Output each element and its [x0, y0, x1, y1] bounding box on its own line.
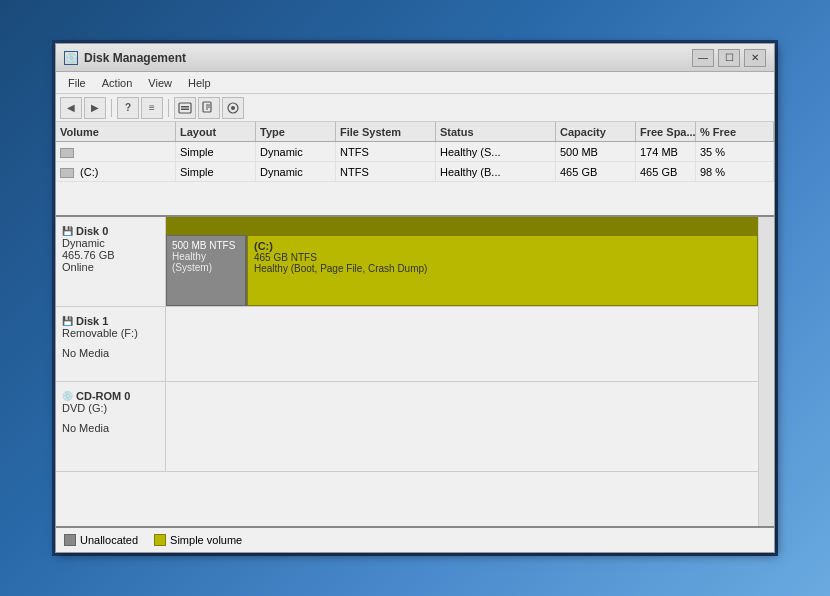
svg-point-5 [231, 106, 235, 110]
disk-1-info: 💾 Disk 1 Removable (F:) No Media [56, 307, 166, 381]
disk-0-parts-container: 500 MB NTFS Healthy (System) (C:) 465 GB… [166, 235, 758, 306]
window-icon: 💿 [64, 51, 78, 65]
disk-1-row: 💾 Disk 1 Removable (F:) No Media [56, 307, 758, 382]
back-button[interactable]: ◀ [60, 97, 82, 119]
legend-simple-color [154, 534, 166, 546]
window-title: Disk Management [84, 51, 692, 65]
cell-type-2: Dynamic [256, 162, 336, 181]
close-button[interactable]: ✕ [744, 49, 766, 67]
cell-free-2: 465 GB [636, 162, 696, 181]
toolbar-separator-2 [168, 99, 169, 117]
volume-icon-2 [60, 168, 74, 178]
cell-layout-1: Simple [176, 142, 256, 161]
disk-1-nomedia: No Media [62, 347, 159, 359]
properties-button[interactable]: ≡ [141, 97, 163, 119]
cell-capacity-1: 500 MB [556, 142, 636, 161]
cdrom-0-info: 💿 CD-ROM 0 DVD (G:) No Media [56, 382, 166, 471]
title-bar: 💿 Disk Management — ☐ ✕ [56, 44, 774, 72]
table-row[interactable]: (C:) Simple Dynamic NTFS Healthy (B... 4… [56, 162, 774, 182]
cdrom-0-nomedia: No Media [62, 422, 159, 434]
col-percentfree[interactable]: % Free [696, 122, 774, 141]
cell-pct-1: 35 % [696, 142, 774, 161]
svg-rect-1 [181, 106, 189, 108]
disk-0-row: 💾 Disk 0 Dynamic 465.76 GB Online 5 [56, 217, 758, 307]
col-layout[interactable]: Layout [176, 122, 256, 141]
partition-1-status: Healthy (System) [172, 251, 240, 273]
menu-view[interactable]: View [140, 75, 180, 91]
col-filesystem[interactable]: File System [336, 122, 436, 141]
disk-0-name: 💾 Disk 0 [62, 225, 159, 237]
partition-2-label: (C:) [254, 240, 751, 252]
cell-pct-2: 98 % [696, 162, 774, 181]
legend-unallocated-label: Unallocated [80, 534, 138, 546]
disk-0-status: Online [62, 261, 159, 273]
cdrom-0-type: DVD (G:) [62, 402, 159, 414]
partition-2-status: Healthy (Boot, Page File, Crash Dump) [254, 263, 751, 274]
cell-layout-2: Simple [176, 162, 256, 181]
disk-1-name: 💾 Disk 1 [62, 315, 159, 327]
disk-0-type: Dynamic [62, 237, 159, 249]
menu-bar: File Action View Help [56, 72, 774, 94]
col-capacity[interactable]: Capacity [556, 122, 636, 141]
menu-file[interactable]: File [60, 75, 94, 91]
action-button-3[interactable] [222, 97, 244, 119]
cell-volume-1 [56, 142, 176, 161]
col-type[interactable]: Type [256, 122, 336, 141]
col-freespace[interactable]: Free Spa... [636, 122, 696, 141]
toolbar-separator-1 [111, 99, 112, 117]
status-bar: Unallocated Simple volume [56, 526, 774, 552]
content-area: Volume Layout Type File System Status Ca… [56, 122, 774, 552]
cell-status-1: Healthy (S... [436, 142, 556, 161]
cdrom-0-row: 💿 CD-ROM 0 DVD (G:) No Media [56, 382, 758, 472]
partition-2-size: 465 GB NTFS [254, 252, 751, 263]
menu-help[interactable]: Help [180, 75, 219, 91]
svg-rect-2 [181, 108, 189, 110]
volumes-table: Volume Layout Type File System Status Ca… [56, 122, 774, 217]
disk-0-partition-2[interactable]: (C:) 465 GB NTFS Healthy (Boot, Page Fil… [247, 235, 758, 306]
col-volume[interactable]: Volume [56, 122, 176, 141]
action-button-2[interactable] [198, 97, 220, 119]
toolbar: ◀ ▶ ? ≡ [56, 94, 774, 122]
disk-0-header-bar [166, 217, 758, 235]
disk-management-window: 💿 Disk Management — ☐ ✕ File Action View… [55, 43, 775, 553]
cell-fs-1: NTFS [336, 142, 436, 161]
cell-fs-2: NTFS [336, 162, 436, 181]
legend-unallocated-color [64, 534, 76, 546]
legend-unallocated: Unallocated [64, 534, 138, 546]
disk-0-partition-1[interactable]: 500 MB NTFS Healthy (System) [166, 235, 246, 306]
disk-list: 💾 Disk 0 Dynamic 465.76 GB Online 5 [56, 217, 758, 526]
scrollbar[interactable] [758, 217, 774, 526]
menu-action[interactable]: Action [94, 75, 141, 91]
cell-status-2: Healthy (B... [436, 162, 556, 181]
cell-volume-2: (C:) [56, 162, 176, 181]
cell-type-1: Dynamic [256, 142, 336, 161]
cell-capacity-2: 465 GB [556, 162, 636, 181]
window-controls: — ☐ ✕ [692, 49, 766, 67]
desktop: 💿 Disk Management — ☐ ✕ File Action View… [0, 0, 830, 596]
cdrom-0-empty [166, 382, 758, 471]
partition-1-size: 500 MB NTFS [172, 240, 240, 251]
cell-free-1: 174 MB [636, 142, 696, 161]
table-row[interactable]: Simple Dynamic NTFS Healthy (S... 500 MB… [56, 142, 774, 162]
legend-simple: Simple volume [154, 534, 242, 546]
disk-0-info: 💾 Disk 0 Dynamic 465.76 GB Online [56, 217, 166, 306]
maximize-button[interactable]: ☐ [718, 49, 740, 67]
action-button-1[interactable] [174, 97, 196, 119]
disk-0-size: 465.76 GB [62, 249, 159, 261]
cdrom-0-name: 💿 CD-ROM 0 [62, 390, 159, 402]
forward-button[interactable]: ▶ [84, 97, 106, 119]
legend-simple-label: Simple volume [170, 534, 242, 546]
disk-0-partitions: 500 MB NTFS Healthy (System) (C:) 465 GB… [166, 217, 758, 306]
disk-1-type: Removable (F:) [62, 327, 159, 339]
svg-rect-0 [179, 103, 191, 113]
minimize-button[interactable]: — [692, 49, 714, 67]
disk-1-empty [166, 307, 758, 381]
volume-icon-1 [60, 148, 74, 158]
table-header: Volume Layout Type File System Status Ca… [56, 122, 774, 142]
col-status[interactable]: Status [436, 122, 556, 141]
table-body: Simple Dynamic NTFS Healthy (S... 500 MB… [56, 142, 774, 182]
help-button[interactable]: ? [117, 97, 139, 119]
disk-graphical-view: 💾 Disk 0 Dynamic 465.76 GB Online 5 [56, 217, 774, 526]
